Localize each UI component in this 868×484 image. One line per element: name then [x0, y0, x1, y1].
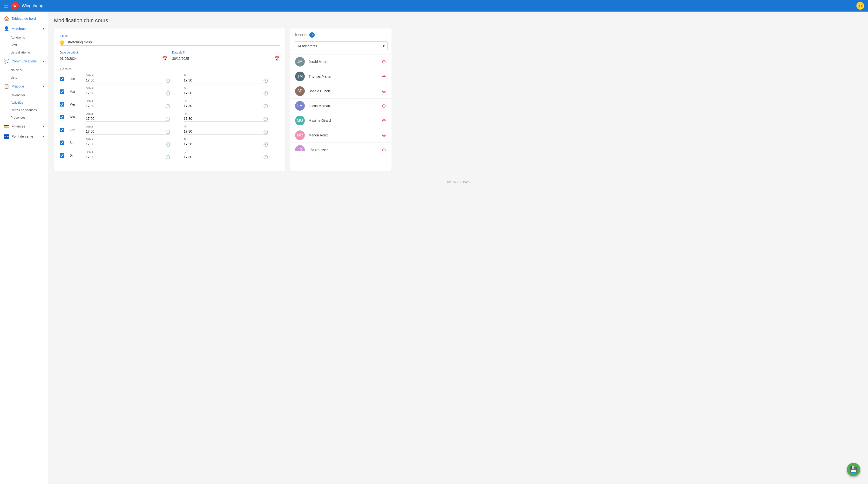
menu-icon[interactable]: ☰ [4, 3, 8, 9]
debut-time-icon-ven[interactable]: 🕐 [165, 129, 170, 134]
user-avatar[interactable]: 😊 [857, 2, 864, 10]
member-avatar: LM [295, 101, 305, 110]
members-list: JM Jerald Moore ⊖ TM Thomas Martin ⊖ SD … [290, 54, 392, 151]
debut-input-lun[interactable] [86, 77, 170, 84]
fin-input-jeu[interactable] [184, 116, 268, 122]
sidebar-item-adherents[interactable]: Adhérents [0, 34, 48, 41]
fin-input-mar[interactable] [184, 90, 268, 96]
sidebar-item-presences[interactable]: Présences [0, 114, 48, 121]
debut-time-icon-mer[interactable]: 🕐 [165, 104, 170, 108]
sidebar-dashboard-label: Tableau de bord [11, 17, 36, 21]
schedule-checkbox-sam[interactable] [60, 140, 64, 145]
save-fab[interactable]: 💾 [847, 463, 860, 476]
communications-chevron-icon: ▾ [43, 60, 44, 63]
fin-input-mer[interactable] [184, 103, 268, 109]
app-logo: W [11, 2, 19, 10]
sidebar-item-finances[interactable]: 💳 Finances ▾ [0, 121, 48, 131]
fin-input-ven[interactable] [184, 128, 268, 134]
debut-input-ven[interactable] [86, 128, 170, 134]
intitule-input[interactable] [60, 39, 280, 46]
schedule-row: Ven Début 🕐 Fin 🕐 [60, 125, 280, 134]
fin-time-icon-sam[interactable]: 🕐 [263, 142, 268, 147]
debut-time-icon-mar[interactable]: 🕐 [165, 91, 170, 95]
schedule-checkbox-mar[interactable] [60, 90, 64, 94]
debut-time-icon-dim[interactable]: 🕐 [165, 155, 170, 159]
fin-input-dim[interactable] [184, 154, 268, 160]
page-title: Modification d'un cours [54, 18, 862, 24]
fin-label: Fin [184, 151, 268, 154]
member-remove-button[interactable]: ⊖ [381, 73, 387, 79]
debut-group-mar: Début 🕐 [86, 87, 170, 96]
fin-time-icon-mer[interactable]: 🕐 [263, 104, 268, 108]
debut-label: Début [86, 138, 170, 141]
sidebar-item-communications[interactable]: 💬 Communications ▾ [0, 56, 48, 66]
fin-time-icon-dim[interactable]: 🕐 [263, 155, 268, 159]
date-debut-calendar-icon[interactable]: 📅 [162, 56, 167, 61]
debut-time-icon-jeu[interactable]: 🕐 [165, 117, 170, 121]
member-name: Manon Roux [309, 133, 381, 137]
debut-time-icon-lun[interactable]: 🕐 [165, 78, 170, 83]
pos-icon: 🏧 [4, 134, 9, 139]
date-debut-input[interactable] [60, 55, 167, 62]
date-fin-group: Date de fin 📅 [172, 51, 280, 62]
schedule-checkbox-ven[interactable] [60, 128, 64, 132]
sidebar-item-dashboard[interactable]: 🏠 Tableau de bord [0, 13, 48, 24]
schedule-checkbox-mer[interactable] [60, 102, 64, 106]
schedule-day-jeu: Jeu [69, 115, 84, 119]
adherents-filter-dropdown[interactable]: 14 adhérents ▾ [294, 41, 388, 51]
member-row: MG Maxime Girard ⊖ [290, 113, 392, 128]
fin-time-icon-mar[interactable]: 🕐 [263, 91, 268, 95]
date-fin-label: Date de fin [172, 51, 280, 54]
topbar: ☰ W Wingchang 😊 [0, 0, 868, 11]
debut-input-jeu[interactable] [86, 116, 170, 122]
debut-input-dim[interactable] [86, 154, 170, 160]
sidebar-item-membres[interactable]: 👤 Membres ▾ [0, 24, 48, 34]
member-row: LR Lèa Rousseau ⊖ [290, 142, 392, 151]
member-remove-button[interactable]: ⊖ [381, 132, 387, 138]
debut-time-icon-sam[interactable]: 🕐 [165, 142, 170, 147]
schedule-row: Mar Début 🕐 Fin 🕐 [60, 87, 280, 96]
schedule-checkbox-dim[interactable] [60, 153, 64, 158]
sidebar-item-staff[interactable]: Staff [0, 41, 48, 49]
sidebar-item-activites[interactable]: Activitiés [0, 99, 48, 106]
schedule-row: Sam Début 🕐 Fin 🕐 [60, 138, 280, 147]
footer-text: ©2025 - Klubaro [447, 180, 470, 184]
home-icon: 🏠 [4, 16, 9, 21]
sidebar-item-liste[interactable]: Liste [0, 74, 48, 81]
debut-label: Début [86, 87, 170, 90]
sidebar-item-cartes-seances[interactable]: Cartes de séances [0, 106, 48, 114]
fin-time-icon-lun[interactable]: 🕐 [263, 78, 268, 83]
fin-time-icon-ven[interactable]: 🕐 [263, 129, 268, 134]
sidebar-item-nouveau[interactable]: Nouveau [0, 66, 48, 74]
debut-label: Début [86, 112, 170, 115]
fin-input-sam[interactable] [184, 141, 268, 147]
date-fin-input[interactable] [172, 55, 280, 62]
date-debut-label: Date de début [60, 51, 167, 54]
debut-input-mar[interactable] [86, 90, 170, 96]
fin-label: Fin [184, 138, 268, 141]
member-remove-button[interactable]: ⊖ [381, 103, 387, 109]
sidebar-item-point-de-vente[interactable]: 🏧 Point de vente ▾ [0, 131, 48, 141]
debut-label: Début [86, 125, 170, 128]
member-remove-button[interactable]: ⊖ [381, 147, 387, 151]
fin-input-lun[interactable] [184, 77, 268, 84]
communications-icon: 💬 [4, 59, 9, 64]
fin-time-icon-jeu[interactable]: 🕐 [263, 117, 268, 121]
sidebar-item-pratique[interactable]: 📋 Pratique ▾ [0, 81, 48, 91]
course-form-card: Intitulé 🟡 Date de début 📅 [54, 28, 285, 171]
sidebar-item-liste-attente[interactable]: Liste d'attente [0, 49, 48, 56]
debut-input-sam[interactable] [86, 141, 170, 147]
debut-input-mer[interactable] [86, 103, 170, 109]
member-remove-button[interactable]: ⊖ [381, 59, 387, 65]
member-remove-button[interactable]: ⊖ [381, 88, 387, 94]
date-debut-group: Date de début 📅 [60, 51, 167, 62]
schedule-day-dim: Dim [69, 154, 84, 157]
date-fin-calendar-icon[interactable]: 📅 [274, 56, 280, 61]
schedule-checkbox-lun[interactable] [60, 77, 64, 81]
member-remove-button[interactable]: ⊖ [381, 118, 387, 123]
sidebar-item-calendrier[interactable]: Calendrier [0, 91, 48, 99]
schedule-checkbox-jeu[interactable] [60, 115, 64, 119]
schedule-day-ven: Ven [69, 128, 84, 132]
debut-group-jeu: Début 🕐 [86, 112, 170, 122]
schedule-row: Dim Début 🕐 Fin 🕐 [60, 151, 280, 160]
